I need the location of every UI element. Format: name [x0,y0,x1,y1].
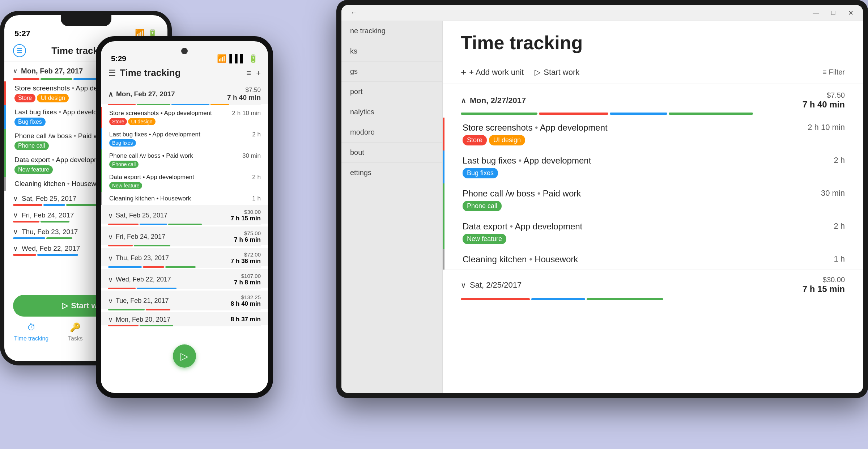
tablet-sidebar: ne tracking ks gs port nalytics modoro b… [341,21,443,393]
phone2-entry-phonecall[interactable]: Phone call /w boss • Paid work Phone cal… [101,149,268,171]
phone2-day-mon: ∧ Mon, Feb 27, 2017 $7.50 7 h 40 min Sto… [101,82,268,205]
phone2-day-tue[interactable]: ∨ Tue, Feb 21, 2017 $132.25 8 h 40 min [101,291,268,309]
phone2: 5:29 📶 ▌▌▌ 🔋 ☰ Time tracking ≡ + ∧ Mon, … [96,36,273,398]
hamburger-icon[interactable]: ☰ [108,68,116,78]
phone2-day-thu[interactable]: ∨ Thu, Feb 23, 2017 $72.00 7 h 36 min [101,248,268,266]
tablet-entry-cleaning-info: Cleaning kitchen • Housework [463,254,834,264]
chevron-right-icon-2: ∨ [13,211,18,219]
phone2-entry-bugfixes[interactable]: Last bug fixes • App development Bug fix… [101,128,268,149]
phone2-day-sat[interactable]: ∨ Sat, Feb 25, 2017 $30.00 7 h 15 min [101,205,268,224]
chevron-down-icon: ∨ [13,68,17,75]
tablet-day-mon-header[interactable]: ∧ Mon, 2/27/2017 $7.50 7 h 40 min [443,84,863,113]
phone2-day-mon-right: $7.50 7 h 40 min [227,86,261,102]
tablet-maximize-btn[interactable]: □ [828,8,838,18]
tablet-entry-cleaning-title: Cleaning kitchen • Housework [463,254,834,264]
phone2-day-mon2[interactable]: ∨ Mon, Feb 20, 2017 8 h 37 min [101,312,268,325]
sidebar-item-tracking[interactable]: ne tracking [341,21,442,41]
tablet-close-btn[interactable]: ✕ [846,8,856,18]
phone1-tag-bugfixes: Bug fixes [14,118,46,126]
phone2-thu-time: 7 h 36 min [231,258,261,265]
phone2-wed-amount: $107.00 [234,273,261,279]
sidebar-item-pomodoro[interactable]: modoro [341,122,442,143]
tablet-entry-bugfixes-title: Last bug fixes • App development [463,156,834,166]
phone2-day-fri[interactable]: ∨ Fri, Feb 24, 2017 $75.00 7 h 6 min [101,226,268,245]
phone2-mon2-progress [108,325,261,326]
phone2-day-sat-label: Sat, Feb 25, 2017 [116,212,167,219]
phone2-entry-store-info: Store screenshots • App development Stor… [109,110,232,125]
play-icon-tablet: ▷ [535,68,541,77]
phone2-day-mon-amount: $7.50 [227,86,261,94]
phone2-day-tue-right: $132.25 8 h 40 min [231,294,261,308]
nav-time-tracking-label: Time tracking [14,335,48,342]
phone2-sat-time: 7 h 15 min [231,215,261,222]
tablet-entry-dataexport-time: 2 h [834,221,845,231]
phone2-time: 5:29 [111,54,126,63]
phone1-tag-store: Store [14,94,35,102]
phone2-header: ☰ Time tracking ≡ + [101,66,268,82]
phone2-thu-amount: $72.00 [231,251,261,258]
nav-tasks[interactable]: 🔑 Tasks [68,321,83,342]
sidebar-item-analytics[interactable]: nalytics [341,102,442,122]
tablet-entry-store-info: Store screenshots • App development Stor… [463,123,808,145]
tablet-day-mon-label: Mon, 2/27/2017 [470,96,526,105]
phone2-sat-progress [108,224,261,225]
chevron-right-p2-tue: ∨ [108,297,113,305]
tablet-tag-uidesign: UI design [489,135,525,145]
phone2-entry-cleaning-time: 1 h [252,195,261,202]
filter-icon[interactable]: ≡ [246,68,251,78]
tablet-tag-bugfixes: Bug fixes [463,168,498,178]
phone2-entry-store[interactable]: Store screenshots • App development Stor… [101,107,268,128]
phone2-day-mon-header[interactable]: ∧ Mon, Feb 27, 2017 $7.50 7 h 40 min [101,82,268,104]
phone2-entry-dataexport[interactable]: Data export • App development New featur… [101,171,268,192]
phone2-tag-phonecall: Phone call [109,161,139,168]
phone2-day-mon2-label: Mon, Feb 20, 2017 [116,316,170,323]
nav-tasks-label: Tasks [68,335,83,342]
sidebar-item-settings[interactable]: ettings [341,163,442,183]
tablet-day-mon-time: 7 h 40 min [803,99,845,110]
chevron-down-tablet: ∧ [461,96,466,105]
tablet-entry-cleaning[interactable]: Cleaning kitchen • Housework 1 h [443,249,863,270]
phone2-entry-cleaning-info: Cleaning kitchen • Housework [109,195,252,202]
phone2-day-tue-label: Tue, Feb 21, 2017 [116,297,169,305]
phone2-fab-play[interactable]: ▷ [173,344,196,368]
phone2-entry-bugfixes-time: 2 h [252,131,261,138]
phone2-fri-time: 7 h 6 min [234,236,261,243]
tablet-entry-dataexport[interactable]: Data export • App development New featur… [443,216,863,249]
chevron-right-p2-thu: ∨ [108,254,113,262]
phone1-time: 5:27 [14,29,30,38]
phone2-day-mon2-right: 8 h 37 min [231,316,261,323]
sidebar-item-about[interactable]: bout [341,143,442,163]
phone2-entry-cleaning[interactable]: Cleaning kitchen • Housework 1 h [101,192,268,205]
menu-circle-icon[interactable]: ☰ [13,44,26,57]
add-icon[interactable]: + [256,68,261,78]
phone2-day-thu-label: Thu, Feb 23, 2017 [116,254,169,262]
tablet-back-btn[interactable]: ← [349,8,359,18]
filter-lines-icon: ≡ [822,68,827,76]
tablet-entry-store[interactable]: Store screenshots • App development Stor… [443,118,863,151]
sidebar-item-ks[interactable]: ks [341,41,442,62]
tablet-day-sat[interactable]: ∨ Sat, 2/25/2017 $30.00 7 h 15 min [443,270,863,298]
tablet-entry-bugfixes[interactable]: Last bug fixes • App development Bug fix… [443,151,863,183]
phone2-entry-dataexport-title: Data export • App development [109,174,252,181]
signal-icon: ▌▌▌ [229,54,246,63]
tablet-minimize-btn[interactable]: — [811,8,821,18]
add-work-unit-button[interactable]: + + Add work unit [461,67,524,78]
phone2-day-thu-left: ∨ Thu, Feb 23, 2017 [108,254,169,262]
chevron-right-icon: ∨ [13,194,18,203]
phone2-fri-amount: $75.00 [234,230,261,236]
filter-button[interactable]: ≡ Filter [822,68,845,76]
tablet-actions: + + Add work unit ▷ Start work ≡ Filter [443,67,863,84]
phone1-tag-phonecall: Phone call [14,141,49,150]
tablet-entry-phonecall[interactable]: Phone call /w boss • Paid work Phone cal… [443,183,863,216]
phone2-entry-store-time: 2 h 10 min [232,110,261,117]
phone1-day-mon-label: Mon, Feb 27, 2017 [21,67,83,75]
sidebar-item-port[interactable]: port [341,82,442,102]
tablet-entry-dataexport-info: Data export • App development New featur… [463,221,834,244]
phone1-notch [61,15,111,26]
nav-time-tracking[interactable]: ⏱ Time tracking [14,321,48,342]
sidebar-item-gs[interactable]: gs [341,62,442,82]
phone2-day-wed[interactable]: ∨ Wed, Feb 22, 2017 $107.00 7 h 8 min [101,269,268,288]
start-work-button-tablet[interactable]: ▷ Start work [535,68,579,77]
phone2-mon2-time: 8 h 37 min [231,316,261,323]
time-tracking-icon: ⏱ [25,321,38,334]
